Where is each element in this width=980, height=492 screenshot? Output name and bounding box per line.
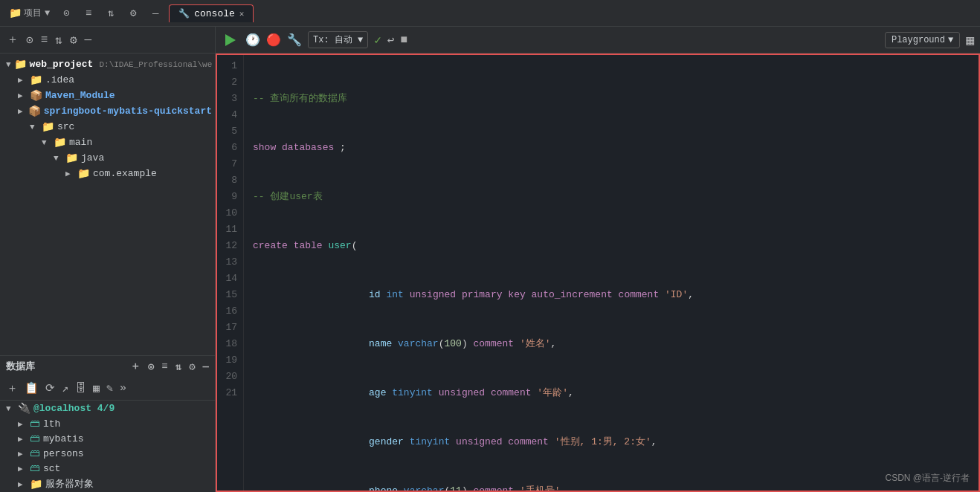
package-icon: 📁 — [77, 167, 90, 180]
db-tree-connection[interactable]: ▼ 🔌 @localhost 4/9 — [0, 401, 215, 416]
code-line-1: -- 查询所有的数据库 — [253, 91, 970, 107]
project-path: D:\IDAE_Professional\we — [99, 60, 212, 69]
line-num-9: 9 — [217, 189, 237, 205]
line-num-15: 15 — [217, 287, 237, 303]
sidebar-sync-icon[interactable]: ⊙ — [24, 31, 36, 49]
db-circle-icon[interactable]: ⊙ — [148, 360, 154, 373]
db-action-export[interactable]: ↗ — [59, 380, 71, 397]
tree-item-src[interactable]: ▼ 📁 src — [0, 119, 215, 135]
db-sort-icon[interactable]: ⇅ — [175, 360, 181, 373]
java-icon: 📁 — [65, 152, 78, 164]
maven-label: Maven_Module — [45, 90, 115, 101]
db-persons-label: persons — [43, 448, 84, 459]
java-label: java — [81, 152, 104, 164]
line-num-8: 8 — [217, 172, 237, 189]
check-icon[interactable]: ✓ — [374, 33, 381, 48]
line-num-11: 11 — [217, 221, 237, 238]
clock-icon[interactable]: 🕐 — [245, 33, 260, 48]
line-num-13: 13 — [217, 254, 237, 271]
db-tree-sct[interactable]: ▶ 🗃 sct — [0, 461, 215, 476]
springboot-label: springboot-mybatis-quickstart — [44, 106, 212, 117]
db-mybatis-label: mybatis — [43, 433, 84, 444]
project-tree: ▼ 📁 web_project D:\IDAE_Professional\we … — [0, 54, 215, 355]
main-label: main — [69, 137, 92, 148]
line-num-14: 14 — [217, 271, 237, 287]
tx-selector[interactable]: Tx: 自动 ▼ — [308, 31, 368, 48]
console-tab[interactable]: 🔧 console ✕ — [169, 4, 254, 22]
line-num-12: 12 — [217, 238, 237, 254]
db-connection-label: @localhost 4/9 — [33, 403, 115, 414]
db-section: 数据库 ＋ ⊙ ≡ ⇅ ⚙ — ＋ 📋 ⟳ ↗ 🗄 ▦ ✎ » — [0, 355, 215, 492]
code-lines-area[interactable]: -- 查询所有的数据库 show databases ; -- 创建user表 … — [244, 55, 979, 492]
db-tree-persons[interactable]: ▶ 🗃 persons — [0, 446, 215, 461]
db-action-copy[interactable]: 📋 — [22, 380, 41, 397]
tree-item-com-example[interactable]: ▶ 📁 com.example — [0, 166, 215, 181]
tx-dropdown-icon: ▼ — [358, 35, 363, 45]
maven-icon: 📦 — [30, 89, 42, 102]
toolbar-icon-3[interactable]: ⇅ — [102, 6, 120, 21]
toolbar-icon-2[interactable]: ≡ — [80, 6, 97, 21]
db-action-grid[interactable]: ▦ — [91, 380, 102, 397]
tree-item-maven[interactable]: ▶ 📦 Maven_Module — [0, 88, 215, 103]
db-add-btn[interactable]: ＋ — [130, 360, 141, 373]
tx-label: Tx: 自动 — [313, 35, 352, 45]
chevron-icon: ▶ — [65, 169, 74, 178]
grid-icon[interactable]: ▦ — [966, 32, 974, 48]
stop-icon[interactable]: ■ — [401, 33, 408, 47]
settings-icon[interactable]: ⚙ — [124, 6, 142, 21]
sidebar-add-icon[interactable]: ＋ — [4, 30, 21, 49]
undo-icon[interactable]: ↩ — [387, 33, 395, 48]
db-action-edit[interactable]: ✎ — [104, 380, 115, 397]
toolbar-icon-1[interactable]: ⊙ — [57, 6, 75, 21]
tree-item-springboot[interactable]: ▶ 📦 springboot-mybatis-quickstart — [0, 103, 215, 119]
tab-close-button[interactable]: ✕ — [239, 9, 245, 19]
wrench-icon[interactable]: 🔧 — [287, 33, 302, 48]
tree-item-root[interactable]: ▼ 📁 web_project D:\IDAE_Professional\we — [0, 56, 215, 72]
code-line-7: age tinyint unsigned comment '年龄', — [253, 385, 970, 401]
db-settings-icon[interactable]: ⚙ — [189, 360, 195, 373]
line-num-4: 4 — [217, 107, 237, 123]
bookmark-icon[interactable]: 🔴 — [266, 33, 281, 48]
run-button[interactable] — [222, 31, 239, 49]
code-editor[interactable]: 1 2 3 4 5 6 7 8 9 10 11 12 13 14 15 16 1 — [216, 54, 980, 492]
project-menu[interactable]: 📁 项目 ▼ — [6, 5, 53, 21]
code-line-4: create table user( — [253, 238, 970, 254]
tab-label: console — [194, 8, 235, 19]
chevron-icon: ▶ — [18, 91, 27, 100]
sidebar-collapse-icon[interactable]: — — [83, 32, 94, 48]
code-line-6: name varchar(100) comment '姓名', — [253, 336, 970, 352]
tree-item-idea[interactable]: ▶ 📁 .idea — [0, 72, 215, 88]
project-icon: 📁 — [9, 7, 21, 19]
code-line-5: id int unsigned primary key auto_increme… — [253, 287, 970, 303]
toolbar-icon-4[interactable]: — — [146, 6, 164, 21]
chevron-icon: ▼ — [42, 138, 51, 147]
db-action-add[interactable]: ＋ — [4, 380, 20, 397]
db-tree-mybatis[interactable]: ▶ 🗃 mybatis — [0, 431, 215, 446]
db-action-db[interactable]: 🗄 — [73, 381, 88, 397]
chevron-icon: ▼ — [30, 123, 39, 132]
sidebar-settings-icon[interactable]: ⚙ — [68, 31, 80, 49]
db-action-more[interactable]: » — [117, 381, 129, 396]
db-sct-icon: 🗃 — [30, 462, 40, 474]
db-collapse-icon[interactable]: — — [203, 360, 209, 372]
code-line-9: phone varchar(11) comment '手机号' — [253, 483, 970, 492]
chevron-icon: ▶ — [18, 75, 27, 85]
tree-item-main[interactable]: ▼ 📁 main — [0, 135, 215, 150]
code-line-8: gender tinyint unsigned comment '性别, 1:男… — [253, 434, 970, 450]
playground-button[interactable]: Playground ▼ — [885, 32, 960, 48]
db-list-icon[interactable]: ≡ — [161, 360, 167, 372]
line-num-20: 20 — [217, 369, 237, 385]
line-num-6: 6 — [217, 140, 237, 156]
sidebar-sort-icon[interactable]: ⇅ — [53, 31, 65, 49]
line-num-10: 10 — [217, 205, 237, 221]
db-tree-lth[interactable]: ▶ 🗃 lth — [0, 416, 215, 431]
db-tree-server-objects[interactable]: ▶ 📁 服务器对象 — [0, 476, 215, 492]
tree-item-java[interactable]: ▼ 📁 java — [0, 150, 215, 166]
db-action-refresh[interactable]: ⟳ — [43, 380, 57, 397]
db-tree: ▼ 🔌 @localhost 4/9 ▶ 🗃 lth ▶ 🗃 mybatis — [0, 401, 215, 492]
db-lth-icon: 🗃 — [30, 418, 40, 430]
db-server-label: 服务器对象 — [45, 477, 94, 491]
springboot-icon: 📦 — [28, 105, 41, 117]
sidebar-list-icon[interactable]: ≡ — [39, 32, 51, 48]
project-root-label: web_project — [30, 59, 94, 70]
